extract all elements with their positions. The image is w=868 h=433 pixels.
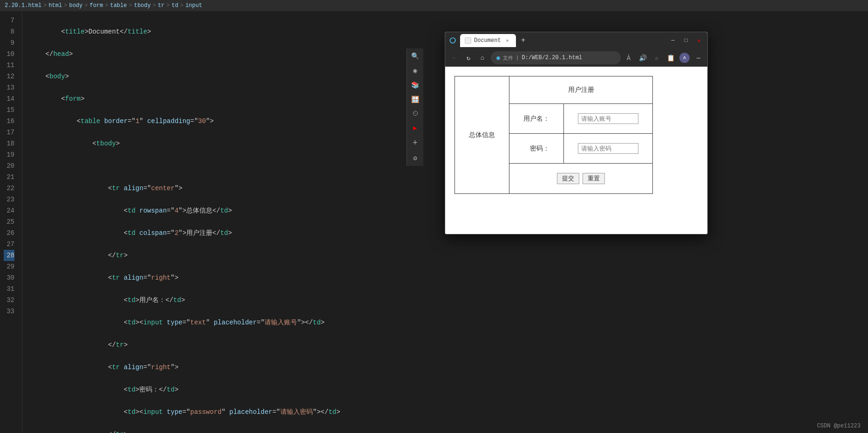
bc-input[interactable]: input xyxy=(185,2,202,9)
translate-icon[interactable]: Ȧ xyxy=(624,53,634,63)
toolbar-icons: Ȧ 🔊 ☆ 📋 A ⋯ xyxy=(624,53,704,63)
maximize-button[interactable]: □ xyxy=(681,36,691,45)
code-line-25: </tr> xyxy=(30,429,861,433)
code-line-22: <tr align="right"> xyxy=(30,362,861,373)
sidebar-history-icon[interactable]: ⏲ xyxy=(412,110,419,117)
code-line-18: <tr align="right"> xyxy=(30,272,861,283)
collections-icon[interactable]: 📋 xyxy=(665,53,676,63)
browser-tab[interactable]: Document ✕ xyxy=(460,34,516,47)
code-line-21: </tr> xyxy=(30,339,861,351)
edge-icon xyxy=(449,37,456,44)
username-input-cell[interactable] xyxy=(564,104,653,134)
back-button[interactable]: ← xyxy=(449,52,460,63)
code-line-23: <td>密码：</td> xyxy=(30,384,861,395)
bc-html[interactable]: html xyxy=(48,2,62,9)
bc-form[interactable]: form xyxy=(89,2,103,9)
browser-window: Document ✕ + — □ ✕ ← ↻ ⌂ ◉ 文件 | D:/WEB/2… xyxy=(445,32,708,234)
browser-titlebar: Document ✕ + — □ ✕ xyxy=(445,32,707,49)
general-info-cell: 总体信息 xyxy=(455,76,509,194)
browser-toolbar: ← ↻ ⌂ ◉ 文件 | D:/WEB/2.20.1.html Ȧ 🔊 ☆ 📋… xyxy=(445,49,707,67)
new-tab-button[interactable]: + xyxy=(518,35,529,46)
edge-sidebar: 🔍 ◉ 📚 🪟 ⏲ ▶ + ⚙ xyxy=(407,48,423,166)
address-url: D:/WEB/2.20.1.html xyxy=(522,55,582,61)
refresh-button[interactable]: ↻ xyxy=(463,52,474,63)
read-aloud-icon[interactable]: 🔊 xyxy=(637,53,648,63)
address-separator: | xyxy=(516,55,519,61)
profile-icon[interactable]: A xyxy=(679,53,690,63)
sidebar-youtube-icon[interactable]: ▶ xyxy=(413,124,417,132)
bc-td[interactable]: td xyxy=(172,2,178,9)
window-controls: — □ ✕ xyxy=(668,36,704,45)
watermark: CSDN @pe11223 xyxy=(817,423,861,429)
bc-tr[interactable]: tr xyxy=(158,2,164,9)
home-button[interactable]: ⌂ xyxy=(477,52,488,63)
minimize-button[interactable]: — xyxy=(668,36,678,45)
svg-rect-0 xyxy=(466,38,470,43)
editor-area: 2.20.1.html > html > body > form > table… xyxy=(0,0,868,433)
buttons-cell: 提交 重置 xyxy=(509,164,653,194)
tab-title: Document xyxy=(474,37,501,44)
code-line-17: </tr> xyxy=(30,250,861,261)
sidebar-collections-icon[interactable]: 📚 xyxy=(411,81,419,89)
tab-close-button[interactable]: ✕ xyxy=(504,37,511,44)
bc-file[interactable]: 2.20.1.html xyxy=(5,2,41,9)
reset-button[interactable]: 重置 xyxy=(583,173,605,184)
address-bar[interactable]: ◉ 文件 | D:/WEB/2.20.1.html xyxy=(491,51,621,64)
submit-button[interactable]: 提交 xyxy=(557,173,579,184)
username-input[interactable] xyxy=(578,113,638,124)
code-line-24: <td><input type="password" placeholder="… xyxy=(30,406,861,418)
password-label-cell: 密码： xyxy=(509,134,564,164)
form-title-cell: 用户注册 xyxy=(509,76,653,104)
close-button[interactable]: ✕ xyxy=(694,36,704,45)
password-input[interactable] xyxy=(578,143,638,154)
registration-table: 总体信息 用户注册 用户名： 密码： 提交 xyxy=(454,76,653,194)
code-container: 78910 11121314 15161718 19202122 2324252… xyxy=(0,11,868,433)
sidebar-shield-icon[interactable]: ◉ xyxy=(413,67,417,75)
tab-favicon xyxy=(465,37,471,44)
breadcrumb: 2.20.1.html > html > body > form > table… xyxy=(0,0,868,11)
bc-body[interactable]: body xyxy=(69,2,82,9)
sidebar-search-icon[interactable]: 🔍 xyxy=(411,52,419,60)
bc-tbody[interactable]: tbody xyxy=(134,2,151,9)
sidebar-extensions-icon[interactable]: 🪟 xyxy=(411,96,419,103)
shield-icon: ◉ xyxy=(496,54,500,62)
sidebar-settings-icon[interactable]: ⚙ xyxy=(413,154,417,162)
code-line-20: <td><input type="text" placeholder="请输入账… xyxy=(30,317,861,328)
bc-table[interactable]: table xyxy=(110,2,127,9)
address-prefix: 文件 xyxy=(503,55,513,62)
line-numbers: 78910 11121314 15161718 19202122 2324252… xyxy=(0,11,22,433)
sidebar-add-icon[interactable]: + xyxy=(413,138,418,148)
code-line-19: <td>用户名：</td> xyxy=(30,295,861,306)
more-options-icon[interactable]: ⋯ xyxy=(693,53,704,63)
webpage-content: 总体信息 用户注册 用户名： 密码： 提交 xyxy=(445,67,707,234)
password-input-cell[interactable] xyxy=(564,134,653,164)
username-label-cell: 用户名： xyxy=(509,104,564,134)
favorites-icon[interactable]: ☆ xyxy=(651,53,662,63)
